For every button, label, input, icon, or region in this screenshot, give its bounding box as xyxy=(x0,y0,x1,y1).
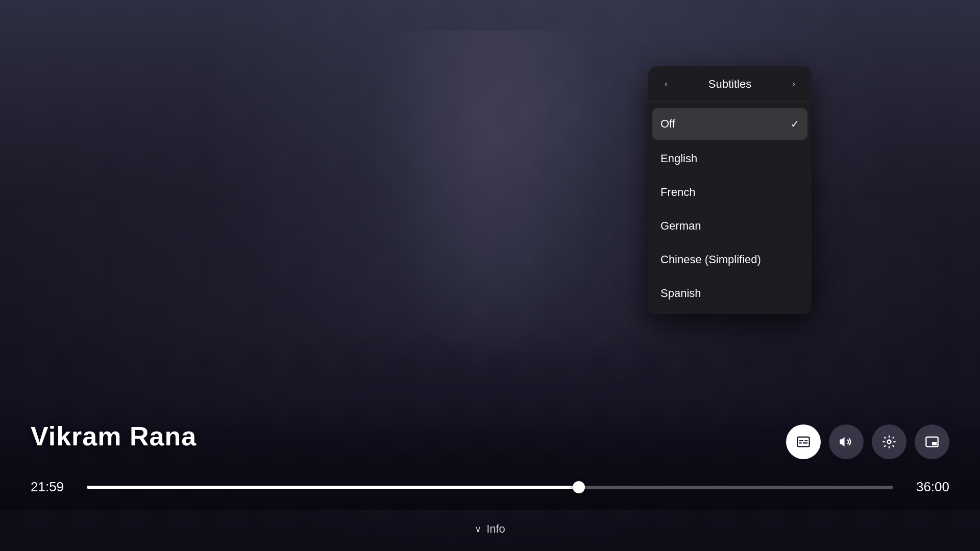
progress-thumb[interactable] xyxy=(573,481,585,493)
svg-rect-0 xyxy=(797,437,809,447)
audio-icon xyxy=(839,435,853,449)
subtitle-option-label-german: German xyxy=(660,219,701,233)
audio-button[interactable] xyxy=(829,424,864,459)
subtitle-button[interactable] xyxy=(786,424,821,459)
pip-button[interactable] xyxy=(915,424,949,459)
panel-nav-left[interactable]: ‹ xyxy=(660,77,672,91)
svg-point-5 xyxy=(888,440,891,444)
subtitle-option-label-spanish: Spanish xyxy=(660,287,701,300)
subtitle-option-french[interactable]: French xyxy=(648,176,812,209)
subtitle-option-label-chinese-simplified: Chinese (Simplified) xyxy=(660,253,761,266)
panel-nav-right[interactable]: › xyxy=(788,77,799,91)
movie-title: Vikram Rana xyxy=(31,421,197,452)
subtitle-option-german[interactable]: German xyxy=(648,209,812,243)
settings-icon xyxy=(882,435,896,449)
subtitle-option-label-english: English xyxy=(660,152,697,165)
subtitle-icon xyxy=(796,435,811,449)
subtitle-option-label-french: French xyxy=(660,186,695,199)
total-time: 36:00 xyxy=(903,479,949,495)
info-chevron: ∨ xyxy=(475,523,481,535)
subtitle-checkmark-off: ✓ xyxy=(791,118,799,130)
progress-bar-container: 21:59 36:00 xyxy=(31,479,949,495)
pip-icon xyxy=(925,435,939,449)
info-label: Info xyxy=(486,522,505,536)
panel-title: Subtitles xyxy=(672,78,788,91)
progress-bar[interactable] xyxy=(87,486,893,489)
subtitle-option-label-off: Off xyxy=(660,117,675,131)
subtitle-option-english[interactable]: English xyxy=(648,142,812,176)
subtitle-list: Off ✓ English French German Chinese (Sim… xyxy=(648,102,812,314)
subtitle-option-chinese-simplified[interactable]: Chinese (Simplified) xyxy=(648,243,812,277)
subtitle-option-off[interactable]: Off ✓ xyxy=(652,108,807,140)
info-button[interactable]: ∨ Info xyxy=(475,522,505,536)
svg-rect-7 xyxy=(932,442,937,445)
current-time: 21:59 xyxy=(31,479,77,495)
settings-button[interactable] xyxy=(872,424,906,459)
progress-fill xyxy=(87,486,579,489)
hero-glow xyxy=(362,31,618,388)
city-overlay xyxy=(0,337,980,490)
subtitle-option-spanish[interactable]: Spanish xyxy=(648,277,812,310)
player-controls xyxy=(786,424,949,459)
panel-header: ‹ Subtitles › xyxy=(648,66,812,102)
subtitles-panel: ‹ Subtitles › Off ✓ English French Germa… xyxy=(648,66,812,314)
